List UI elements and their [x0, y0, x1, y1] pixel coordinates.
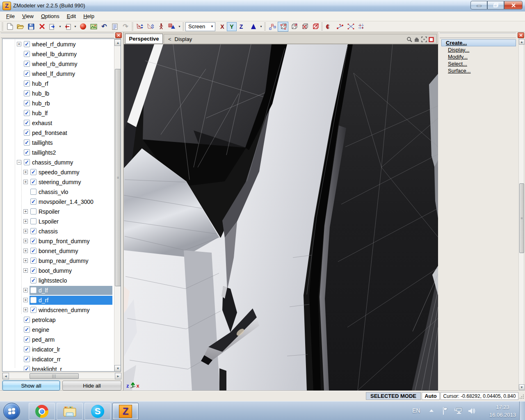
tree-item-ped_arm[interactable]: ✓ped_arm [2, 335, 113, 345]
visibility-checkbox[interactable]: ✓ [30, 179, 37, 185]
tree-item-wheel_lb_dummy[interactable]: ✓wheel_lb_dummy [2, 49, 113, 59]
normals-dropdown[interactable]: ▾ [259, 22, 263, 31]
visibility-checkbox[interactable] [30, 218, 37, 224]
taskbar-zmodeler-button[interactable]: Z [112, 403, 139, 420]
command-surface[interactable]: Surface... [441, 67, 516, 74]
action-center-flag-icon[interactable] [442, 406, 450, 415]
viewport-mode-icon[interactable] [429, 37, 434, 42]
tree-item-bump_rear_dummy[interactable]: +✓bump_rear_dummy [2, 256, 113, 266]
menu-options[interactable]: Options [37, 12, 63, 21]
tray-clock[interactable]: 17:23 16.06.2013 [489, 403, 516, 419]
tree-item-d_rf[interactable]: +d_rf [2, 295, 113, 305]
tree-item-wheel_lf_dummy[interactable]: ✓wheel_lf_dummy [2, 69, 113, 79]
command-select[interactable]: Select... [441, 60, 516, 67]
tree-item-petrolcap[interactable]: ✓petrolcap [2, 315, 113, 325]
command-display[interactable]: Display... [441, 46, 516, 53]
export-button[interactable] [47, 22, 58, 32]
export-dropdown[interactable]: ▾ [58, 22, 62, 31]
tree-item-hub_lf[interactable]: ✓hub_lf [2, 108, 113, 118]
tree-item-movspoiler_1.4_3000[interactable]: ✓movspoiler_1.4_3000 [2, 197, 113, 207]
maximize-viewport-icon[interactable] [421, 37, 427, 42]
tree-item-d_lf[interactable]: +d_lf [2, 285, 113, 295]
visibility-checkbox[interactable]: ✓ [24, 41, 30, 47]
visibility-checkbox[interactable]: ✓ [24, 71, 30, 77]
visibility-checkbox[interactable]: ✓ [30, 228, 37, 234]
coordinate-space-combo[interactable]: Screen▼ [185, 22, 215, 31]
tree-item-engine[interactable]: ✓engine [2, 325, 113, 335]
visibility-checkbox[interactable]: ✓ [24, 326, 30, 333]
visibility-checkbox[interactable]: ✓ [24, 139, 30, 146]
taskbar-chrome-button[interactable] [29, 403, 55, 420]
scroll-left-icon[interactable]: ◄ [2, 373, 9, 379]
visibility-checkbox[interactable]: ✓ [30, 238, 37, 244]
visibility-checkbox[interactable]: ✓ [24, 110, 30, 116]
expand-icon[interactable]: + [23, 209, 28, 214]
visibility-checkbox[interactable]: ✓ [24, 336, 30, 342]
visibility-checkbox[interactable]: ✓ [24, 149, 30, 155]
visibility-checkbox[interactable]: ✓ [24, 346, 30, 352]
vertex-tool-1-button[interactable] [135, 22, 145, 32]
visibility-checkbox[interactable]: ✓ [30, 307, 37, 313]
collapse-icon[interactable]: − [17, 160, 21, 164]
expand-icon[interactable]: + [23, 268, 28, 273]
tree-item-exhaust[interactable]: ✓exhaust [2, 118, 113, 128]
save-button[interactable] [26, 22, 37, 32]
visibility-checkbox[interactable]: ✓ [30, 277, 37, 283]
panel-scrollbar-thumb[interactable]: ≡ [519, 183, 524, 253]
expand-icon[interactable]: + [23, 249, 28, 253]
delete-button[interactable] [37, 22, 47, 32]
import-button[interactable] [62, 22, 73, 32]
auto-indicator[interactable]: Auto [422, 392, 440, 400]
visibility-checkbox[interactable]: ✓ [24, 90, 30, 96]
viewport-3d-canvas[interactable]: z x [124, 44, 438, 390]
tree-item-hub_rf[interactable]: ✓hub_rf [2, 79, 113, 89]
tree-item-speedo_dummy[interactable]: +✓speedo_dummy [2, 167, 113, 177]
tree-item-bonnet_dummy[interactable]: +✓bonnet_dummy [2, 246, 113, 256]
polygons-level-button[interactable] [299, 22, 310, 32]
tree-item-boot_dummy[interactable]: +✓boot_dummy [2, 266, 113, 276]
tree-item-chassis_vlo[interactable]: chassis_vlo [2, 187, 113, 197]
magnet-tool-button[interactable] [324, 22, 335, 32]
redo-button[interactable]: ↷ [120, 22, 131, 32]
command-modify[interactable]: Modify... [441, 53, 516, 60]
scroll-up-icon[interactable]: ▲ [114, 39, 121, 46]
toolbar-grip[interactable] [132, 23, 133, 31]
tree-item-bump_front_dummy[interactable]: +✓bump_front_dummy [2, 236, 113, 246]
panel-close-icon[interactable] [518, 32, 524, 38]
panel-close-icon[interactable] [115, 32, 122, 38]
show-desktop-button[interactable] [519, 402, 525, 420]
visibility-checkbox[interactable]: ✓ [30, 267, 37, 274]
tree-horizontal-scrollbar[interactable]: ◄ ||| ► [2, 372, 121, 379]
vertex-tool-2-button[interactable] [145, 22, 156, 32]
viewport-tab-perspective[interactable]: Perspective [125, 34, 163, 44]
open-file-button[interactable] [15, 22, 26, 32]
tree-item-lightssteclo[interactable]: ✓lightssteclo [2, 276, 113, 285]
tree-item-ped_frontseat[interactable]: ✓ped_frontseat [2, 128, 113, 138]
visibility-checkbox[interactable] [30, 287, 37, 293]
vertices-level-button[interactable] [267, 22, 278, 32]
breadcrumb-label[interactable]: Display [175, 36, 192, 42]
tree-item-chassis[interactable]: +✓chassis [2, 226, 113, 236]
restore-button[interactable] [487, 1, 504, 9]
expand-icon[interactable]: + [23, 229, 28, 233]
tree-item-indicator_lr[interactable]: ✓indicator_lr [2, 345, 113, 354]
visibility-checkbox[interactable]: ✓ [24, 317, 30, 323]
visibility-checkbox[interactable] [30, 297, 37, 303]
toolbar-grip[interactable] [321, 23, 323, 31]
tree-scrollbar-thumb[interactable]: ≡ [115, 69, 121, 286]
tree-item-Rspoiler[interactable]: +Rspoiler [2, 207, 113, 217]
figure-mode-button[interactable] [156, 22, 167, 32]
import-dropdown[interactable]: ▾ [73, 22, 78, 31]
axis-y-button[interactable]: Y [227, 22, 237, 31]
tree-item-Lspoiler[interactable]: +Lspoiler [2, 217, 113, 226]
tree-item-wheel_rb_dummy[interactable]: ✓wheel_rb_dummy [2, 59, 113, 69]
panel-drag-handle[interactable] [1, 33, 114, 39]
scroll-up-icon[interactable]: ▲ [519, 39, 525, 45]
edges-level-button[interactable] [278, 22, 288, 32]
close-button[interactable] [504, 1, 523, 9]
visibility-checkbox[interactable]: ✓ [30, 169, 37, 175]
bind-mode-dropdown[interactable]: ▾ [177, 22, 182, 31]
visibility-checkbox[interactable]: ✓ [30, 248, 37, 254]
visibility-checkbox[interactable] [30, 208, 37, 215]
hide-all-button[interactable]: Hide all [62, 381, 121, 390]
